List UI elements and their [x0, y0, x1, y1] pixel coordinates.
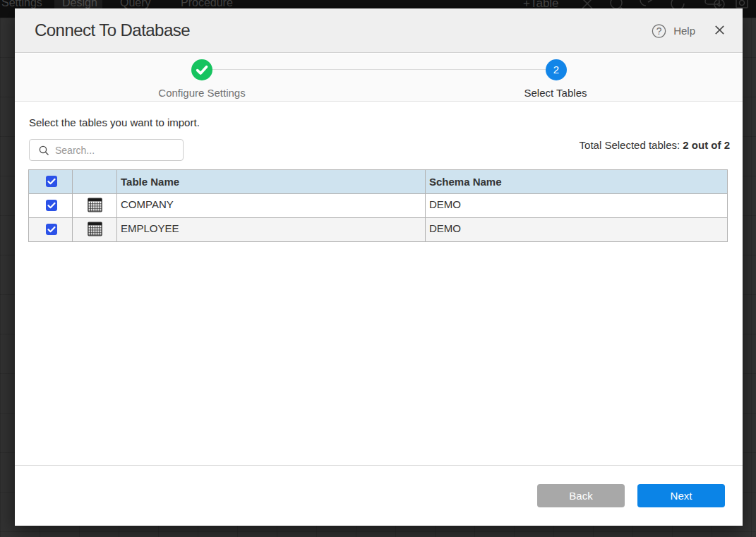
svg-text:?: ?	[656, 26, 662, 37]
